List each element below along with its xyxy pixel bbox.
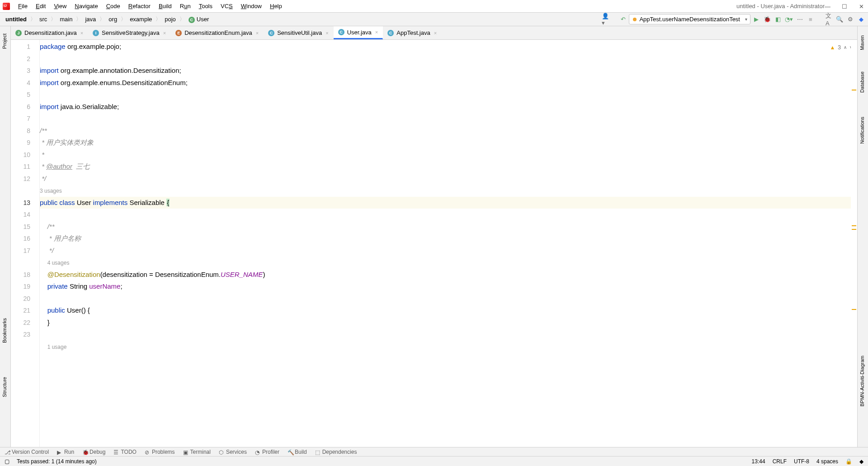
code-line[interactable]	[40, 293, 857, 305]
ide-status-icon[interactable]: ◆	[859, 458, 863, 465]
inspection-widget[interactable]: ▲ 3 ∧ ∨	[830, 42, 853, 54]
code-line[interactable]: private String userName;	[40, 281, 857, 293]
tool-structure[interactable]: Structure	[0, 372, 9, 402]
line-number[interactable]: 16	[11, 233, 39, 245]
tool-services[interactable]: ⬡Services	[219, 449, 247, 455]
line-number[interactable]: 7	[11, 113, 39, 125]
warning-mark[interactable]	[852, 225, 856, 226]
line-number[interactable]: 8	[11, 125, 39, 137]
line-number[interactable]: 19	[11, 281, 39, 293]
ide-icon[interactable]: ◆	[858, 16, 864, 23]
code-line[interactable]: import org.example.annotation.Desensitiz…	[40, 65, 857, 77]
tool-problems[interactable]: ⊘Problems	[145, 449, 175, 455]
line-number[interactable]	[11, 185, 39, 197]
warning-mark[interactable]	[852, 309, 856, 310]
line-number[interactable]	[11, 341, 39, 353]
run-icon[interactable]: ▶	[753, 16, 760, 23]
close-icon[interactable]: ×	[326, 30, 328, 36]
code-line[interactable]: @Desensitization(desensitization = Desen…	[40, 269, 857, 281]
usages-hint[interactable]: 4 usages	[40, 257, 857, 269]
attach-icon[interactable]: ⋯	[797, 16, 803, 23]
error-stripe[interactable]	[851, 40, 857, 447]
tab-sensitiveutil[interactable]: C SensitiveUtil.java ×	[264, 26, 333, 39]
menu-help[interactable]: Help	[266, 1, 286, 11]
code-line[interactable]: * @author 三七	[40, 161, 857, 173]
tab-desensitization[interactable]: J Desensitization.java ×	[11, 26, 88, 39]
line-separator[interactable]: CRLF	[773, 458, 787, 465]
code-line[interactable]: package org.example.pojo;	[40, 41, 857, 53]
code-line[interactable]: */	[40, 173, 857, 185]
code-line[interactable]: /**	[40, 125, 857, 137]
menu-file[interactable]: File	[14, 1, 31, 11]
code-line[interactable]: */	[40, 245, 857, 257]
menu-run[interactable]: Run	[176, 1, 194, 11]
usages-hint[interactable]: 1 usage	[40, 341, 857, 353]
line-number[interactable]: 4	[11, 77, 39, 89]
line-number[interactable]: 10	[11, 149, 39, 161]
build-hammer-icon[interactable]: ↶	[620, 16, 626, 23]
caret-position[interactable]: 13:44	[752, 458, 765, 465]
tool-run[interactable]: ▶Run	[57, 449, 74, 455]
tool-terminal[interactable]: ▣Terminal	[183, 449, 211, 455]
code-line[interactable]	[40, 53, 857, 65]
user-icon[interactable]: 👤▾	[602, 13, 610, 26]
indent-info[interactable]: 4 spaces	[816, 458, 838, 465]
menu-edit[interactable]: Edit	[32, 1, 49, 11]
coverage-icon[interactable]: ◧	[775, 16, 781, 23]
menu-vcs[interactable]: VCS	[217, 1, 236, 11]
tool-profiler[interactable]: ◔Profiler	[255, 449, 279, 455]
close-icon[interactable]: ×	[375, 29, 378, 35]
line-number[interactable]: 15	[11, 221, 39, 233]
crumb-example[interactable]: example	[128, 15, 154, 24]
menu-tools[interactable]: Tools	[195, 1, 216, 11]
line-number[interactable]: 5	[11, 89, 39, 101]
breadcrumb[interactable]: untitled 〉 src 〉 main 〉 java 〉 org 〉 exa…	[4, 15, 211, 24]
gutter[interactable]: 1 2 3 4 5 6 7 8 9 10 11 12 13 14 15 16 1…	[11, 40, 40, 447]
tab-apptest[interactable]: C AppTest.java ×	[383, 26, 442, 39]
close-icon[interactable]: ×	[80, 30, 83, 36]
tab-desensitizationenum[interactable]: E DesensitizationEnum.java ×	[171, 26, 264, 39]
tool-debug[interactable]: 🐞Debug	[82, 449, 105, 455]
line-number[interactable]: 23	[11, 328, 39, 341]
line-number[interactable]: 18	[11, 269, 39, 281]
code-line[interactable]	[40, 113, 857, 125]
tool-database[interactable]: Database	[858, 67, 867, 97]
line-number[interactable]: 12	[11, 173, 39, 185]
usages-hint[interactable]: 3 usages	[40, 185, 857, 197]
tool-window-toggle-icon[interactable]: ▢	[5, 458, 9, 465]
code-line[interactable]: public User() {	[40, 304, 857, 317]
crumb-java[interactable]: java	[83, 15, 98, 24]
code-area[interactable]: ▲ 3 ∧ ∨ package org.example.pojo; import…	[40, 40, 857, 447]
code-line[interactable]: *	[40, 149, 857, 161]
crumb-src[interactable]: src	[38, 15, 49, 24]
tool-bpmn[interactable]: BPMN-Activiti-Diagram	[858, 351, 867, 411]
line-number[interactable]	[11, 257, 39, 269]
line-number[interactable]: 6	[11, 101, 39, 113]
close-icon[interactable]: ×	[256, 30, 259, 36]
code-line[interactable]: * 用户名称	[40, 233, 857, 245]
tab-user[interactable]: C User.java ×	[334, 26, 383, 39]
tool-project[interactable]: Project	[0, 29, 9, 53]
close-icon[interactable]: ×	[434, 30, 437, 36]
code-line[interactable]: /**	[40, 221, 857, 233]
maximize-button[interactable]: ☐	[842, 3, 848, 10]
tool-version-control[interactable]: ⎇Version Control	[5, 449, 49, 455]
file-encoding[interactable]: UTF-8	[794, 458, 809, 465]
line-number[interactable]: 2	[11, 53, 39, 65]
code-line[interactable]	[40, 328, 857, 341]
menu-view[interactable]: View	[50, 1, 70, 11]
tool-maven[interactable]: Maven	[858, 31, 867, 55]
menu-window[interactable]: Window	[237, 1, 265, 11]
close-icon[interactable]: ×	[163, 30, 166, 36]
warning-mark[interactable]	[852, 90, 856, 90]
menu-refactor[interactable]: Refactor	[125, 1, 154, 11]
code-line[interactable]	[40, 209, 857, 221]
line-number[interactable]: 20	[11, 293, 39, 305]
code-line[interactable]: import org.example.enums.Desensitization…	[40, 77, 857, 89]
line-number[interactable]: 1	[11, 41, 39, 53]
tool-dependencies[interactable]: ⬚Dependencies	[315, 449, 357, 455]
line-number[interactable]: 17	[11, 245, 39, 257]
crumb-main[interactable]: main	[58, 15, 74, 24]
translate-icon[interactable]: 文A	[826, 16, 832, 23]
editor[interactable]: 1 2 3 4 5 6 7 8 9 10 11 12 13 14 15 16 1…	[11, 40, 857, 447]
